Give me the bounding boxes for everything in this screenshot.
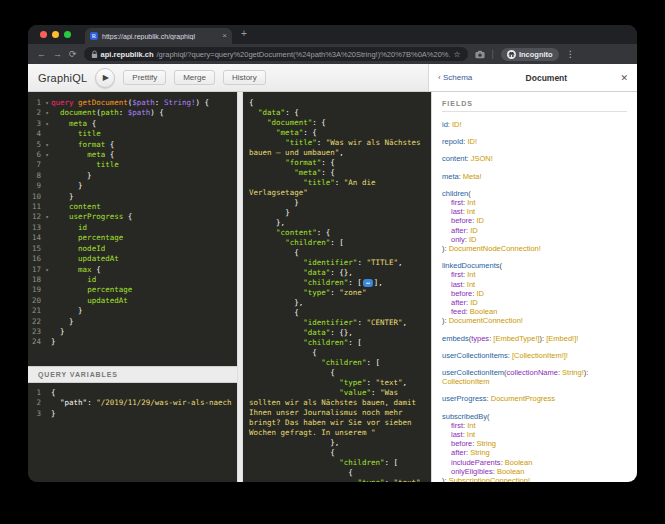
incognito-label: Incognito [519, 50, 553, 59]
query-variables-header[interactable]: QUERY VARIABLES [28, 366, 237, 383]
response-line: "type": "text", [249, 478, 426, 482]
response-line: { [249, 248, 426, 258]
response-line: { [249, 308, 426, 318]
response-line: } [249, 198, 426, 208]
doc-field-entry[interactable]: repoId: ID! [442, 137, 627, 146]
variables-line[interactable]: 3} [28, 409, 237, 419]
doc-field-entry[interactable]: userCollectionItem(collectionName: Strin… [442, 368, 627, 386]
doc-field-entry[interactable]: linkedDocuments(first: Intlast: Intbefor… [442, 261, 627, 325]
doc-field-entry[interactable]: children(first: Intlast: Intbefore: IDaf… [442, 189, 627, 253]
variables-editor[interactable]: 1{2 "path": "/2019/11/29/was-wir-als-nae… [28, 383, 237, 482]
doc-field-entry[interactable]: meta: Meta! [442, 172, 627, 181]
url-path: /graphiql/?query=query%20getDocument(%24… [156, 50, 450, 59]
doc-field-entry[interactable]: userCollectionItems: [CollectionItem!]! [442, 351, 627, 360]
query-line[interactable]: 10 } [28, 192, 237, 202]
variables-line[interactable]: 1{ [28, 388, 237, 398]
schema-back-link[interactable]: ‹ Schema [438, 73, 472, 82]
back-icon[interactable]: ← [37, 50, 46, 59]
prettify-button[interactable]: Prettify [123, 70, 166, 85]
play-icon: ▶ [103, 74, 109, 82]
minimize-window-button[interactable] [52, 31, 59, 38]
query-line[interactable]: 4 title [28, 129, 237, 139]
query-line[interactable]: 2▾ document(path: $path) { [28, 108, 237, 118]
response-line: { [249, 348, 426, 358]
query-code: 1▾query getDocument($path: String!) {2▾ … [28, 98, 237, 348]
query-line[interactable]: 20 updatedAt [28, 296, 237, 306]
doc-field-entry[interactable]: subscribedBy(first: Intlast: Intbefore: … [442, 412, 627, 482]
browser-toolbar: ← → ⟳ api.republik.ch/graphiql/?query=qu… [28, 44, 637, 64]
tab-strip: R https://api.republik.ch/graphiql × + [28, 25, 637, 44]
response-line: "type": "zone" [249, 288, 426, 298]
response-viewer: { "data": { "document": { "meta": { "tit… [243, 92, 431, 482]
query-line[interactable]: 8 } [28, 171, 237, 181]
doc-field-entry[interactable]: content: JSON! [442, 154, 627, 163]
response-line: "identifier": "CENTER", [249, 318, 426, 328]
response-line: "title": "Was wir als Nächstes bauen – u… [249, 138, 426, 158]
response-line: } [249, 208, 426, 218]
browser-menu-icon[interactable]: ⋮ [566, 49, 575, 59]
query-line[interactable]: 6▾ meta { [28, 150, 237, 160]
variables-code: 1{2 "path": "/2019/11/29/was-wir-als-nae… [28, 388, 237, 419]
query-line[interactable]: 12▾ userProgress { [28, 212, 237, 222]
response-line: { [249, 98, 426, 108]
query-line[interactable]: 24} [28, 337, 237, 347]
doc-field-entry[interactable]: embeds(types: [EmbedType!]): [Embed!]! [442, 334, 627, 343]
bookmark-star-icon[interactable]: ☆ [453, 50, 460, 59]
new-tab-button[interactable]: + [241, 28, 247, 39]
history-button[interactable]: History [223, 70, 266, 85]
response-line: "meta": { [249, 168, 426, 178]
response-line: }, [249, 438, 426, 448]
merge-button[interactable]: Merge [174, 70, 215, 85]
query-line[interactable]: 1▾query getDocument($path: String!) { [28, 98, 237, 108]
query-line[interactable]: 9 } [28, 181, 237, 191]
query-line[interactable]: 15 nodeId [28, 244, 237, 254]
window-controls [40, 31, 71, 38]
response-line: }, [249, 298, 426, 308]
close-tab-icon[interactable]: × [222, 32, 227, 40]
browser-tab[interactable]: R https://api.republik.ch/graphiql × [85, 28, 232, 44]
response-line: "children": [↔], [249, 278, 426, 288]
graphiql-logo: GraphiQL [38, 72, 87, 84]
tab-title: https://api.republik.ch/graphiql [102, 33, 218, 40]
address-bar[interactable]: api.republik.ch/graphiql/?query=query%20… [84, 47, 468, 61]
response-line: "value": "Was sollten wir als Nächstes b… [249, 388, 426, 438]
forward-icon[interactable]: → [53, 50, 62, 59]
query-line[interactable]: 18 id [28, 275, 237, 285]
query-line[interactable]: 13 id [28, 223, 237, 233]
docs-close-icon[interactable]: ✕ [620, 73, 628, 83]
query-editor[interactable]: 1▾query getDocument($path: String!) {2▾ … [28, 92, 237, 366]
query-line[interactable]: 11 content [28, 202, 237, 212]
response-line: "data": {}, [249, 328, 426, 338]
response-line: "format": { [249, 158, 426, 168]
doc-field-entry[interactable]: id: ID! [442, 120, 627, 129]
query-variables-title: QUERY VARIABLES [38, 371, 118, 378]
query-line[interactable]: 3▾ meta { [28, 119, 237, 129]
republik-favicon-icon: R [90, 32, 98, 40]
toolbar-separator: | [492, 49, 494, 59]
variables-line[interactable]: 2 "path": "/2019/11/29/was-wir-als-naech [28, 398, 237, 408]
query-line[interactable]: 23 } [28, 327, 237, 337]
extension-icon[interactable] [475, 50, 485, 59]
fullscreen-window-button[interactable] [64, 31, 71, 38]
response-line: { [249, 468, 426, 478]
query-line[interactable]: 22 } [28, 317, 237, 327]
fields-section-label: FIELDS [442, 100, 627, 112]
response-line: "content": { [249, 228, 426, 238]
query-line[interactable]: 21 } [28, 306, 237, 316]
query-line[interactable]: 14 percentage [28, 233, 237, 243]
query-line[interactable]: 5▾ format { [28, 140, 237, 150]
query-line[interactable]: 7 title [28, 160, 237, 170]
query-line[interactable]: 19 percentage [28, 285, 237, 295]
close-window-button[interactable] [40, 31, 47, 38]
query-line[interactable]: 17▾ max { [28, 265, 237, 275]
browser-window: R https://api.republik.ch/graphiql × + ←… [28, 25, 637, 482]
response-line: { [249, 368, 426, 378]
execute-query-button[interactable]: ▶ [95, 68, 115, 88]
query-line[interactable]: 16 updatedAt [28, 254, 237, 264]
docs-entries: id: ID!repoId: ID!content: JSON!meta: Me… [442, 120, 627, 482]
response-line: { [249, 448, 426, 458]
response-line: "meta": { [249, 128, 426, 138]
doc-field-entry[interactable]: userProgress: DocumentProgress [442, 394, 627, 403]
reload-icon[interactable]: ⟳ [69, 50, 77, 59]
response-line: "children": [ [249, 358, 426, 368]
